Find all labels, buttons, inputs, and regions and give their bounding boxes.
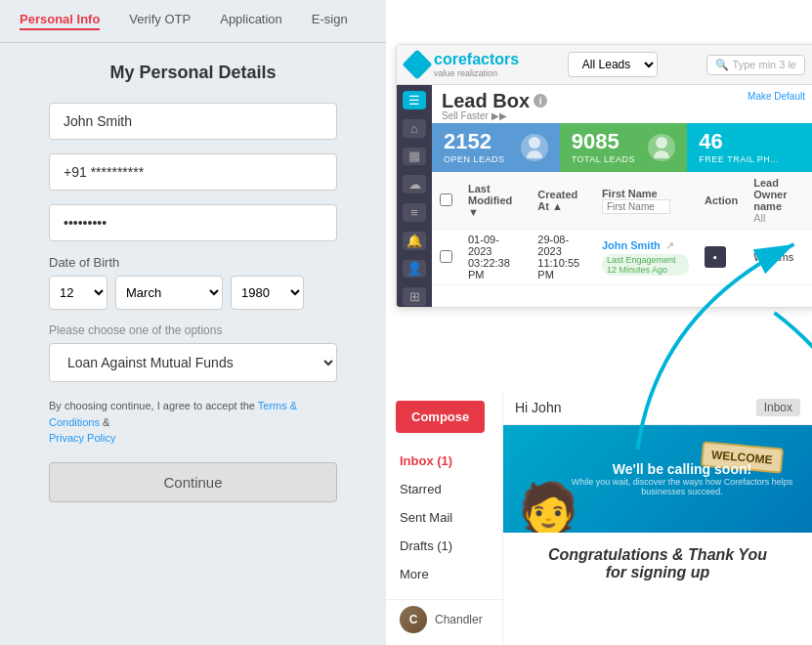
- total-leads-label: TOTAL LEADS: [572, 154, 635, 164]
- leadbox-subtitle: Sell Faster ▶▶: [442, 110, 547, 121]
- inbox-badge: Inbox: [756, 399, 800, 416]
- col-created-at: Created At ▲: [530, 172, 594, 230]
- welcome-sub-text: While you wait, discover the ways how Co…: [552, 477, 812, 496]
- sidebar-list-icon[interactable]: ≡: [403, 203, 426, 222]
- compose-button[interactable]: Compose: [396, 401, 485, 433]
- crm-logo: corefactors value realization: [406, 51, 519, 78]
- search-icon: 🔍: [715, 59, 729, 71]
- open-leads-label: OPEN LEADS: [444, 154, 505, 164]
- phone-input[interactable]: [49, 153, 337, 191]
- logo-diamond: [402, 49, 432, 79]
- welcome-content: We'll be calling soon! While you wait, d…: [552, 461, 812, 496]
- leads-dropdown[interactable]: All Leads: [568, 52, 658, 77]
- user-name: Chandler: [435, 613, 483, 626]
- col-last-modified: Last Modified ▼: [460, 172, 530, 230]
- email-section: Compose Inbox (1) Starred Sent Mail Draf…: [386, 391, 812, 645]
- crm-section: corefactors value realization All Leads …: [396, 44, 812, 308]
- email-welcome-banner: 🧑 We'll be calling soon! While you wait,…: [503, 425, 812, 533]
- cell-first-name: John Smith ↗ Last Engagement 12 Minutes …: [594, 230, 697, 285]
- email-nav-starred[interactable]: Starred: [386, 475, 502, 503]
- sidebar-menu-icon[interactable]: ☰: [403, 91, 426, 109]
- nav-application[interactable]: Application: [220, 12, 282, 30]
- open-leads-icon: [521, 134, 548, 161]
- continue-button[interactable]: Continue: [49, 462, 337, 502]
- stat-open-leads: 2152 OPEN LEADS: [432, 123, 560, 172]
- email-from: Hi John: [515, 400, 561, 415]
- total-leads-icon: [648, 134, 675, 161]
- congrats-line1: Congratulations & Thank You: [523, 546, 792, 564]
- welcome-main-text: We'll be calling soon!: [552, 461, 812, 477]
- nav-esign[interactable]: E-sign: [312, 12, 348, 30]
- nav-personal-info[interactable]: Personal Info: [20, 12, 100, 30]
- name-input[interactable]: [49, 103, 337, 140]
- dob-day-select[interactable]: 12: [49, 276, 107, 310]
- crm-sidebar: ☰ ⌂ ▦ ☁ ≡ 🔔 👤 ⊞: [397, 85, 432, 308]
- leadbox-header-row: Lead Box i Sell Faster ▶▶ Make Default: [432, 85, 812, 123]
- crm-main-content: Lead Box i Sell Faster ▶▶ Make Default 2…: [432, 85, 812, 308]
- left-panel: Personal Info Verify OTP Application E-s…: [0, 0, 386, 645]
- leadbox-title: Lead Box: [442, 91, 530, 110]
- form-title: My Personal Details: [49, 63, 337, 83]
- free-trail-num: 46: [699, 131, 779, 152]
- sidebar-calendar-icon[interactable]: ▦: [403, 148, 426, 166]
- stat-free-trail: 46 FREE TRAIL PH...: [687, 123, 812, 172]
- email-user-row: C Chandler: [386, 599, 503, 639]
- form-container: My Personal Details Date of Birth 12 Mar…: [0, 43, 386, 522]
- email-nav-more[interactable]: More: [386, 560, 502, 588]
- email-nav-drafts[interactable]: Drafts (1): [386, 532, 502, 560]
- sidebar-bell-icon[interactable]: 🔔: [403, 232, 426, 250]
- crm-body: ☰ ⌂ ▦ ☁ ≡ 🔔 👤 ⊞ Lead Box i: [397, 85, 812, 308]
- dob-row: 12 March 1980: [49, 276, 337, 310]
- crm-header: corefactors value realization All Leads …: [397, 45, 812, 85]
- select-all-checkbox[interactable]: [440, 194, 452, 206]
- open-leads-num: 2152: [444, 131, 505, 152]
- top-nav: Personal Info Verify OTP Application E-s…: [0, 0, 386, 43]
- cell-created-at: 29-08-202311:10:55 PM: [530, 230, 594, 285]
- email-sidebar: Compose Inbox (1) Starred Sent Mail Draf…: [386, 391, 503, 645]
- table-row: 01-09-202303:22:38 PM 29-08-202311:10:55…: [432, 230, 812, 285]
- options-label: Please choose one of the options: [49, 323, 337, 337]
- col-lead-owner: Lead Owner nameAll: [746, 172, 812, 230]
- external-link-icon[interactable]: ↗: [665, 239, 674, 251]
- cell-last-modified: 01-09-202303:22:38 PM: [460, 230, 530, 285]
- email-nav-sent[interactable]: Sent Mail: [386, 503, 502, 532]
- cell-lead-owner: Williams: [746, 230, 812, 285]
- privacy-link[interactable]: Privacy Policy: [49, 432, 115, 444]
- email-header-bar: Hi John Inbox: [503, 391, 812, 425]
- leadbox-info-icon: i: [534, 94, 547, 108]
- cell-action: ▪: [697, 230, 746, 285]
- loan-select[interactable]: Loan Against Mutual Funds: [49, 343, 337, 382]
- right-panel: corefactors value realization All Leads …: [386, 0, 812, 645]
- stats-row: 2152 OPEN LEADS 9085 TOTAL LEADS: [432, 123, 812, 172]
- col-action: Action: [697, 172, 746, 230]
- first-name-filter[interactable]: [602, 199, 670, 214]
- action-button[interactable]: ▪: [705, 246, 726, 268]
- crm-search-box: 🔍 Type min 3 le: [706, 55, 805, 75]
- email-nav-inbox[interactable]: Inbox (1): [386, 447, 502, 475]
- row-checkbox[interactable]: [440, 250, 452, 263]
- stat-total-leads: 9085 TOTAL LEADS: [560, 123, 688, 172]
- email-main: Hi John Inbox 🧑 We'll be calling soon! W…: [503, 391, 812, 645]
- password-input[interactable]: [49, 204, 337, 241]
- sidebar-grid-icon[interactable]: ⊞: [403, 287, 426, 306]
- dob-year-select[interactable]: 1980: [231, 276, 304, 310]
- search-placeholder: Type min 3 le: [733, 59, 796, 70]
- crm-logo-sub: value realization: [434, 68, 519, 78]
- sidebar-cloud-icon[interactable]: ☁: [403, 175, 426, 194]
- total-leads-num: 9085: [572, 131, 635, 152]
- leadbox-title-block: Lead Box i Sell Faster ▶▶: [442, 91, 547, 121]
- sidebar-home-icon[interactable]: ⌂: [403, 119, 426, 138]
- sidebar-person-icon[interactable]: 👤: [403, 260, 426, 279]
- dob-month-select[interactable]: March: [115, 276, 223, 310]
- leads-table: Last Modified ▼ Created At ▲ First Name …: [432, 172, 812, 285]
- terms-text: By choosing continue, I agree to accept …: [49, 398, 337, 447]
- make-default-link[interactable]: Make Default: [748, 91, 805, 102]
- free-trail-label: FREE TRAIL PH...: [699, 154, 779, 164]
- dob-label: Date of Birth: [49, 255, 337, 270]
- congrats-line2: for signing up: [523, 564, 792, 581]
- engagement-badge: Last Engagement 12 Minutes Ago: [602, 254, 689, 276]
- user-avatar: C: [400, 606, 427, 633]
- nav-verify-otp[interactable]: Verify OTP: [129, 12, 191, 30]
- congrats-section: Congratulations & Thank You for signing …: [503, 533, 812, 595]
- col-first-name: First Name: [594, 172, 697, 230]
